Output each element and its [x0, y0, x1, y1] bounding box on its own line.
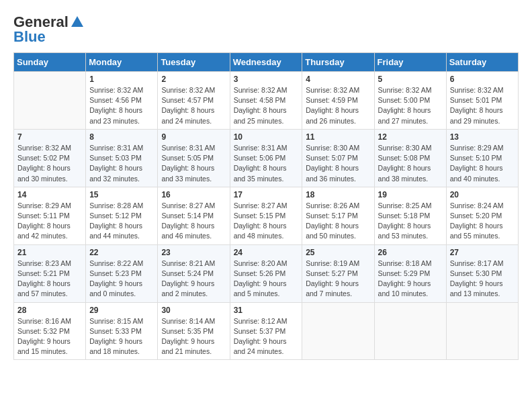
- day-info: Sunrise: 8:22 AMSunset: 5:23 PMDaylight:…: [89, 259, 154, 300]
- calendar-cell: 20Sunrise: 8:24 AMSunset: 5:20 PMDayligh…: [446, 187, 518, 244]
- day-info: Sunrise: 8:25 AMSunset: 5:18 PMDaylight:…: [378, 201, 443, 242]
- day-number: 31: [234, 306, 299, 315]
- sunrise-text: Sunrise: 8:32 AM: [234, 85, 299, 95]
- sunrise-text: Sunrise: 8:32 AM: [89, 85, 154, 95]
- sunrise-text: Sunrise: 8:30 AM: [378, 143, 443, 153]
- day-number: 21: [17, 248, 82, 257]
- sunrise-text: Sunrise: 8:28 AM: [89, 201, 154, 211]
- sunset-text: Sunset: 4:59 PM: [306, 95, 370, 105]
- weekday-header-wednesday: Wednesday: [230, 53, 302, 72]
- daylight-text: Daylight: 8 hours and 53 minutes.: [378, 221, 443, 241]
- calendar-cell: 13Sunrise: 8:29 AMSunset: 5:10 PMDayligh…: [446, 129, 518, 187]
- daylight-text: Daylight: 8 hours and 25 minutes.: [234, 105, 299, 126]
- sunset-text: Sunset: 5:05 PM: [161, 153, 226, 163]
- day-number: 17: [234, 190, 299, 199]
- daylight-text: Daylight: 9 hours and 2 minutes.: [161, 279, 226, 299]
- calendar-cell: 24Sunrise: 8:20 AMSunset: 5:26 PMDayligh…: [230, 244, 302, 302]
- calendar-cell: [446, 302, 518, 360]
- sunset-text: Sunset: 5:23 PM: [89, 269, 154, 279]
- sunset-text: Sunset: 5:03 PM: [89, 153, 154, 163]
- day-info: Sunrise: 8:31 AMSunset: 5:03 PMDaylight:…: [89, 143, 154, 184]
- day-number: 24: [234, 248, 299, 257]
- sunset-text: Sunset: 5:33 PM: [89, 326, 154, 336]
- sunrise-text: Sunrise: 8:31 AM: [234, 143, 299, 153]
- sunset-text: Sunset: 5:26 PM: [234, 269, 299, 279]
- sunrise-text: Sunrise: 8:12 AM: [234, 316, 299, 326]
- sunset-text: Sunset: 5:11 PM: [17, 211, 82, 221]
- day-number: 18: [306, 190, 370, 199]
- sunrise-text: Sunrise: 8:23 AM: [17, 259, 82, 269]
- sunset-text: Sunset: 5:21 PM: [17, 269, 82, 279]
- sunrise-text: Sunrise: 8:32 AM: [450, 85, 515, 95]
- day-info: Sunrise: 8:26 AMSunset: 5:17 PMDaylight:…: [306, 201, 370, 242]
- calendar-cell: 26Sunrise: 8:18 AMSunset: 5:29 PMDayligh…: [374, 244, 446, 302]
- sunrise-text: Sunrise: 8:20 AM: [234, 259, 299, 269]
- day-number: 8: [89, 132, 154, 142]
- sunset-text: Sunset: 5:06 PM: [234, 153, 299, 163]
- sunrise-text: Sunrise: 8:32 AM: [378, 85, 443, 95]
- weekday-header-saturday: Saturday: [446, 53, 518, 72]
- daylight-text: Daylight: 8 hours and 40 minutes.: [450, 163, 515, 183]
- calendar-cell: 5Sunrise: 8:32 AMSunset: 5:00 PMDaylight…: [374, 72, 446, 130]
- day-number: 14: [17, 190, 82, 199]
- day-info: Sunrise: 8:21 AMSunset: 5:24 PMDaylight:…: [161, 259, 226, 300]
- day-number: 25: [306, 248, 370, 257]
- daylight-text: Daylight: 8 hours and 29 minutes.: [450, 105, 515, 126]
- calendar-header-row: SundayMondayTuesdayWednesdayThursdayFrid…: [14, 53, 519, 72]
- calendar-cell: 19Sunrise: 8:25 AMSunset: 5:18 PMDayligh…: [374, 187, 446, 244]
- day-info: Sunrise: 8:18 AMSunset: 5:29 PMDaylight:…: [378, 259, 443, 300]
- calendar-cell: 6Sunrise: 8:32 AMSunset: 5:01 PMDaylight…: [446, 72, 518, 130]
- day-info: Sunrise: 8:28 AMSunset: 5:12 PMDaylight:…: [89, 201, 154, 242]
- daylight-text: Daylight: 9 hours and 15 minutes.: [17, 336, 82, 357]
- day-number: 12: [378, 132, 443, 142]
- day-number: 2: [161, 75, 226, 84]
- daylight-text: Daylight: 9 hours and 21 minutes.: [161, 336, 226, 357]
- day-info: Sunrise: 8:31 AMSunset: 5:06 PMDaylight:…: [234, 143, 299, 184]
- daylight-text: Daylight: 8 hours and 42 minutes.: [17, 221, 82, 241]
- calendar-cell: 12Sunrise: 8:30 AMSunset: 5:08 PMDayligh…: [374, 129, 446, 187]
- sunrise-text: Sunrise: 8:27 AM: [161, 201, 226, 211]
- day-number: 10: [234, 132, 299, 142]
- sunrise-text: Sunrise: 8:22 AM: [89, 259, 154, 269]
- daylight-text: Daylight: 8 hours and 55 minutes.: [450, 221, 515, 241]
- day-number: 7: [17, 132, 82, 142]
- weekday-header-thursday: Thursday: [302, 53, 374, 72]
- day-info: Sunrise: 8:32 AMSunset: 4:58 PMDaylight:…: [234, 85, 299, 126]
- sunset-text: Sunset: 5:30 PM: [450, 269, 515, 279]
- day-info: Sunrise: 8:32 AMSunset: 5:00 PMDaylight:…: [378, 85, 443, 126]
- daylight-text: Daylight: 9 hours and 13 minutes.: [450, 279, 515, 299]
- day-number: 19: [378, 190, 443, 199]
- sunrise-text: Sunrise: 8:29 AM: [450, 143, 515, 153]
- calendar-cell: 17Sunrise: 8:27 AMSunset: 5:15 PMDayligh…: [230, 187, 302, 244]
- daylight-text: Daylight: 9 hours and 10 minutes.: [378, 279, 443, 299]
- day-info: Sunrise: 8:30 AMSunset: 5:07 PMDaylight:…: [306, 143, 370, 184]
- daylight-text: Daylight: 8 hours and 32 minutes.: [89, 163, 154, 183]
- day-number: 20: [450, 190, 515, 199]
- day-number: 28: [17, 306, 82, 315]
- sunrise-text: Sunrise: 8:31 AM: [161, 143, 226, 153]
- calendar-cell: 28Sunrise: 8:16 AMSunset: 5:32 PMDayligh…: [14, 302, 86, 360]
- day-number: 22: [89, 248, 154, 257]
- sunrise-text: Sunrise: 8:32 AM: [17, 143, 82, 153]
- page-header: General Blue: [13, 13, 519, 46]
- calendar-cell: 10Sunrise: 8:31 AMSunset: 5:06 PMDayligh…: [230, 129, 302, 187]
- calendar-cell: 25Sunrise: 8:19 AMSunset: 5:27 PMDayligh…: [302, 244, 374, 302]
- day-info: Sunrise: 8:32 AMSunset: 4:57 PMDaylight:…: [161, 85, 226, 126]
- day-number: 16: [161, 190, 226, 199]
- day-info: Sunrise: 8:14 AMSunset: 5:35 PMDaylight:…: [161, 316, 226, 357]
- day-number: 1: [89, 75, 154, 84]
- day-info: Sunrise: 8:29 AMSunset: 5:10 PMDaylight:…: [450, 143, 515, 184]
- daylight-text: Daylight: 8 hours and 36 minutes.: [306, 163, 370, 183]
- calendar-cell: 15Sunrise: 8:28 AMSunset: 5:12 PMDayligh…: [86, 187, 158, 244]
- day-number: 13: [450, 132, 515, 142]
- sunset-text: Sunset: 5:14 PM: [161, 211, 226, 221]
- daylight-text: Daylight: 8 hours and 30 minutes.: [17, 163, 82, 183]
- daylight-text: Daylight: 8 hours and 50 minutes.: [306, 221, 370, 241]
- calendar-cell: 8Sunrise: 8:31 AMSunset: 5:03 PMDaylight…: [86, 129, 158, 187]
- day-info: Sunrise: 8:27 AMSunset: 5:15 PMDaylight:…: [234, 201, 299, 242]
- day-number: 6: [450, 75, 515, 84]
- day-number: 29: [89, 306, 154, 315]
- calendar-week-row: 14Sunrise: 8:29 AMSunset: 5:11 PMDayligh…: [14, 187, 519, 244]
- sunset-text: Sunset: 5:35 PM: [161, 326, 226, 336]
- sunrise-text: Sunrise: 8:17 AM: [450, 259, 515, 269]
